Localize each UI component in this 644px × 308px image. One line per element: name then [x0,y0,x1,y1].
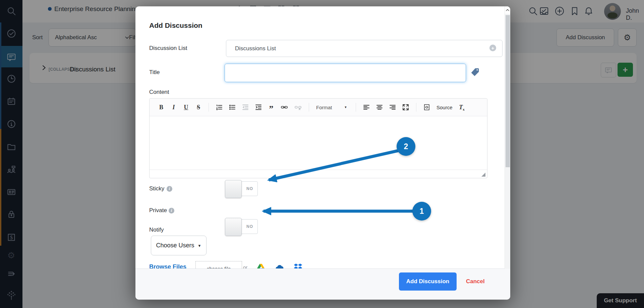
toolbar-separator [309,103,309,112]
discussion-list-label: Discussion List [149,45,187,52]
discussion-list-value: Discussions List [235,45,276,52]
caret-down-icon: ▼ [198,244,201,248]
private-toggle[interactable]: NO [225,219,258,235]
sticky-label: Sticky [149,185,164,192]
title-label: Title [149,69,160,76]
toolbar-separator [209,103,209,112]
private-toggle-state: NO [246,219,253,235]
italic-button[interactable]: I [171,103,177,111]
bold-button[interactable]: B [158,103,164,111]
remove-format-t: T [459,104,463,111]
remove-format-x: x [463,107,465,111]
resize-handle-icon[interactable] [481,173,485,177]
blockquote-button[interactable]: ” [268,102,274,113]
rich-text-editor: B I U S ” Format ▼ Source Tx [149,98,487,178]
sticky-toggle[interactable]: NO [225,181,258,197]
scrollbar-thumb[interactable] [506,15,510,167]
editor-body[interactable] [150,116,487,170]
scroll-up-icon[interactable] [505,6,510,14]
cancel-button[interactable]: Cancel [466,272,485,291]
align-left-icon[interactable] [363,103,370,111]
source-doc-icon[interactable] [423,103,430,111]
add-discussion-modal: Add Discussion Discussion List Discussio… [135,6,510,300]
source-button[interactable]: Source [436,103,453,111]
unlink-icon[interactable] [294,103,302,111]
editor-statusbar [150,170,487,178]
ordered-list-icon[interactable] [216,103,223,111]
modal-title: Add Discussion [149,21,202,29]
choose-users-button[interactable]: Choose Users ▼ [151,236,207,255]
editor-toolbar: B I U S ” Format ▼ Source Tx [150,99,487,116]
modal-footer: Add Discussion Cancel [135,268,510,300]
toggle-knob[interactable] [225,218,242,236]
remove-format-button[interactable]: Tx [459,103,465,111]
link-icon[interactable] [281,103,288,111]
private-label: Private [149,207,167,214]
toolbar-separator [356,103,356,112]
info-icon[interactable]: i [167,186,172,192]
annotation-step-1: 1 [412,202,431,221]
annotation-step-2: 2 [397,137,415,156]
strikethrough-button[interactable]: S [195,103,201,111]
sticky-toggle-state: NO [246,181,253,197]
tag-icon[interactable] [470,67,480,77]
add-list-plus-icon[interactable]: + [489,45,496,51]
submit-add-discussion-button[interactable]: Add Discussion [399,272,457,291]
maximize-icon[interactable] [402,103,409,111]
format-dropdown[interactable]: Format [316,103,336,111]
toolbar-separator [416,103,416,112]
outdent-icon[interactable] [242,103,249,111]
info-icon[interactable]: i [169,208,174,213]
choose-users-label: Choose Users [156,242,194,249]
content-label: Content [149,89,169,96]
modal-scrollbar[interactable] [505,6,510,269]
align-right-icon[interactable] [389,103,396,111]
discussion-list-select[interactable]: Discussions List [226,40,503,57]
toggle-knob[interactable] [225,180,242,198]
align-center-icon[interactable] [376,103,383,111]
notify-label: Notify [149,227,164,233]
format-caret-icon[interactable]: ▼ [343,103,349,111]
title-input[interactable] [225,64,466,82]
indent-icon[interactable] [255,103,262,111]
bullet-list-icon[interactable] [229,103,236,111]
underline-button[interactable]: U [183,103,189,111]
